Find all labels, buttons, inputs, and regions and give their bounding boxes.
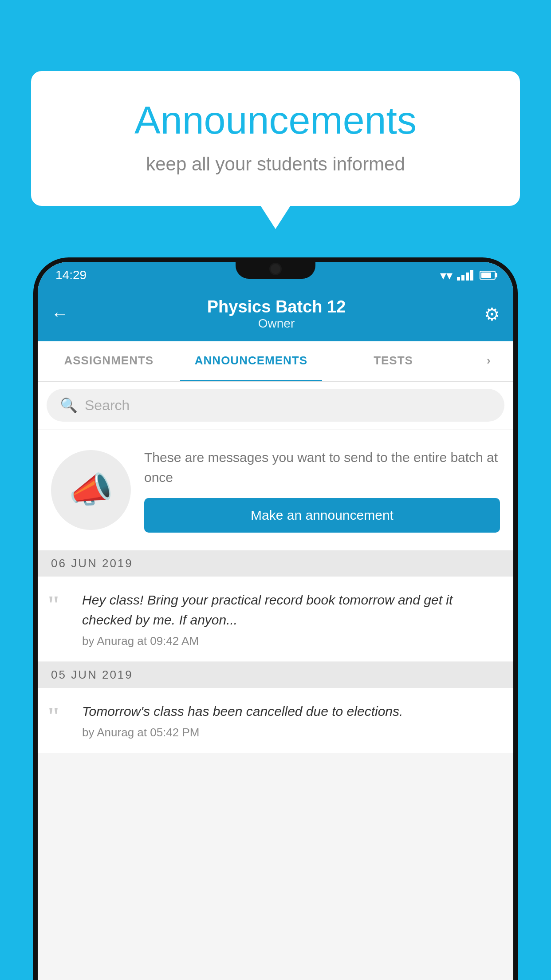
back-button[interactable]: ←: [51, 304, 69, 324]
megaphone-circle: 📣: [51, 450, 131, 530]
status-time: 14:29: [55, 268, 87, 282]
announcement-item-1[interactable]: " Hey class! Bring your practical record…: [38, 577, 513, 662]
announcement-content-2: Tomorrow's class has been cancelled due …: [82, 701, 500, 739]
speech-bubble-card: Announcements keep all your students inf…: [31, 71, 520, 206]
signal-bars-icon: [457, 270, 473, 281]
phone-notch: [236, 257, 315, 279]
announcements-subtitle: keep all your students informed: [67, 154, 484, 175]
tabs-bar: ASSIGNMENTS ANNOUNCEMENTS TESTS ›: [38, 341, 513, 382]
status-icons: ▾▾: [440, 268, 496, 283]
phone-camera: [269, 263, 282, 275]
announcement-meta-2: by Anurag at 05:42 PM: [82, 726, 500, 739]
wifi-icon: ▾▾: [440, 268, 453, 283]
batch-title: Physics Batch 12: [207, 297, 346, 316]
app-header: ← Physics Batch 12 Owner ⚙: [38, 288, 513, 341]
date-divider-2: 05 JUN 2019: [38, 662, 513, 688]
tab-assignments[interactable]: ASSIGNMENTS: [38, 341, 180, 381]
main-content: 🔍 Search 📣 These are messages you want t…: [38, 382, 513, 980]
tab-announcements[interactable]: ANNOUNCEMENTS: [180, 341, 323, 381]
search-icon: 🔍: [60, 397, 78, 414]
search-container: 🔍 Search: [38, 382, 513, 429]
speech-bubble-section: Announcements keep all your students inf…: [31, 71, 520, 206]
quote-icon-2: ": [47, 704, 73, 729]
batch-role: Owner: [207, 316, 346, 331]
search-bar[interactable]: 🔍 Search: [47, 389, 504, 422]
announcement-text-1: Hey class! Bring your practical record b…: [82, 590, 500, 630]
make-announcement-button[interactable]: Make an announcement: [144, 498, 500, 533]
quote-icon: ": [47, 593, 73, 617]
battery-fill: [481, 273, 491, 278]
announcement-content-1: Hey class! Bring your practical record b…: [82, 590, 500, 648]
settings-icon[interactable]: ⚙: [484, 304, 500, 324]
tab-more[interactable]: ›: [464, 341, 513, 381]
announcement-item-2[interactable]: " Tomorrow's class has been cancelled du…: [38, 688, 513, 753]
announcement-meta-1: by Anurag at 09:42 AM: [82, 634, 500, 648]
phone-frame: 14:29 ▾▾ ← Physics Batch 12 Owner: [33, 257, 518, 980]
announcements-title: Announcements: [67, 98, 484, 143]
search-placeholder: Search: [85, 397, 130, 414]
prompt-right: These are messages you want to send to t…: [144, 447, 500, 533]
tab-tests[interactable]: TESTS: [322, 341, 464, 381]
battery-icon: [480, 271, 496, 280]
announcement-text-2: Tomorrow's class has been cancelled due …: [82, 701, 500, 721]
megaphone-icon: 📣: [69, 469, 113, 511]
header-title-section: Physics Batch 12 Owner: [207, 297, 346, 331]
announcement-prompt: 📣 These are messages you want to send to…: [38, 430, 513, 550]
date-divider-1: 06 JUN 2019: [38, 550, 513, 577]
prompt-description: These are messages you want to send to t…: [144, 447, 500, 487]
phone-screen: 14:29 ▾▾ ← Physics Batch 12 Owner: [38, 262, 513, 980]
